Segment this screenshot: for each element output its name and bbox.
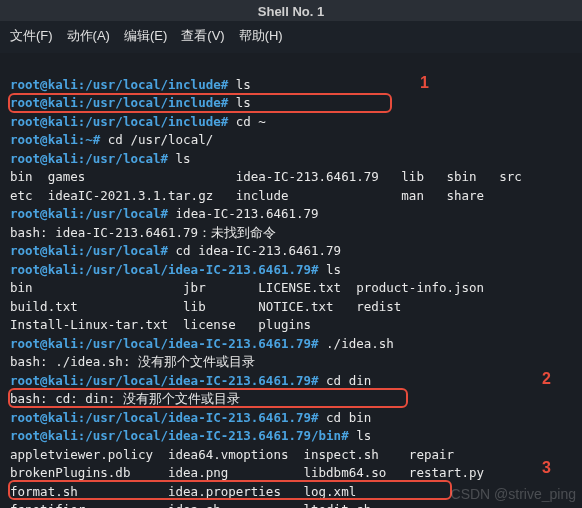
prompt: root@kali:/usr/local/idea-IC-213.6461.79…	[10, 336, 319, 351]
prompt: root@kali:/usr/local#	[10, 151, 168, 166]
prompt: root@kali:/usr/local/include#	[10, 77, 228, 92]
prompt: root@kali:/usr/local/include#	[10, 95, 228, 110]
watermark: CSDN @strive_ping	[451, 487, 576, 502]
output-line: brokenPlugins.db idea.png libdbm64.so re…	[10, 465, 484, 480]
watermark-line: CSDN @strive_ping	[451, 487, 576, 502]
output-line: bin jbr LICENSE.txt product-info.json	[10, 280, 484, 295]
prompt: root@kali:/usr/local/idea-IC-213.6461.79…	[10, 373, 319, 388]
prompt: root@kali:/usr/local/idea-IC-213.6461.79…	[10, 410, 319, 425]
command-text: cd /usr/local/	[108, 132, 213, 147]
menu-file[interactable]: 文件(F)	[10, 27, 53, 45]
command-text: ls	[236, 95, 251, 110]
command-text: ls	[236, 77, 251, 92]
command-text: ls	[176, 151, 191, 166]
window-titlebar: Shell No. 1	[0, 0, 582, 21]
output-line: etc ideaIC-2021.3.1.tar.gz include man s…	[10, 188, 484, 203]
output-line: appletviewer.policy idea64.vmoptions ins…	[10, 447, 454, 462]
output-line: format.sh idea.properties log.xml	[10, 484, 356, 499]
prompt: root@kali:/usr/local/idea-IC-213.6461.79…	[10, 262, 319, 277]
output-line: Install-Linux-tar.txt license plugins	[10, 317, 311, 332]
prompt: root@kali:/usr/local/include#	[10, 114, 228, 129]
output-line: bash: cd: din: 没有那个文件或目录	[10, 391, 240, 406]
command-text: cd idea-IC-213.6461.79	[176, 243, 342, 258]
prompt: root@kali:~#	[10, 132, 100, 147]
menu-view[interactable]: 查看(V)	[181, 27, 224, 45]
output-line: build.txt lib NOTICE.txt redist	[10, 299, 401, 314]
command-text: ls	[326, 262, 341, 277]
menu-edit[interactable]: 编辑(E)	[124, 27, 167, 45]
command-text: idea-IC-213.6461.79	[176, 206, 319, 221]
prompt: root@kali:/usr/local/idea-IC-213.6461.79…	[10, 428, 349, 443]
output-line: fsnotifier idea.sh ltedit.sh	[10, 502, 371, 508]
command-text: cd bin	[326, 410, 371, 425]
prompt: root@kali:/usr/local#	[10, 243, 168, 258]
menu-help[interactable]: 帮助(H)	[239, 27, 283, 45]
prompt: root@kali:/usr/local#	[10, 206, 168, 221]
output-line: bash: ./idea.sh: 没有那个文件或目录	[10, 354, 255, 369]
terminal-body[interactable]: root@kali:/usr/local/include# ls root@ka…	[0, 53, 582, 508]
output-line: bin games idea-IC-213.6461.79 lib sbin s…	[10, 169, 522, 184]
command-text: ls	[356, 428, 371, 443]
command-text: cd ~	[236, 114, 266, 129]
menu-action[interactable]: 动作(A)	[67, 27, 110, 45]
menubar: 文件(F) 动作(A) 编辑(E) 查看(V) 帮助(H)	[0, 21, 582, 53]
window-title: Shell No. 1	[258, 4, 324, 19]
output-line: bash: idea-IC-213.6461.79：未找到命令	[10, 225, 276, 240]
command-text: cd din	[326, 373, 371, 388]
command-text: ./idea.sh	[326, 336, 394, 351]
